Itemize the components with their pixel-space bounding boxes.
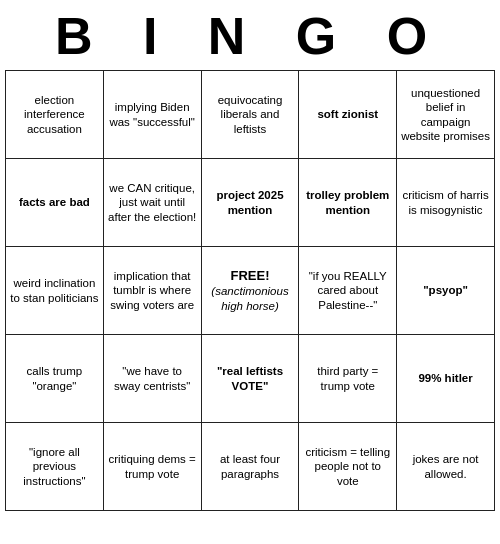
cell-1-0: facts are bad — [6, 159, 104, 247]
cell-1-2: project 2025 mention — [201, 159, 299, 247]
cell-4-1: critiquing dems = trump vote — [103, 423, 201, 511]
cell-4-0: "ignore all previous instructions" — [6, 423, 104, 511]
cell-4-4: jokes are not allowed. — [397, 423, 495, 511]
cell-2-3: "if you REALLY cared about Palestine--" — [299, 247, 397, 335]
cell-2-2: FREE!(sanctimonious high horse) — [201, 247, 299, 335]
cell-0-4: unquestioned belief in campaign website … — [397, 71, 495, 159]
cell-3-3: third party = trump vote — [299, 335, 397, 423]
cell-3-1: "we have to sway centrists" — [103, 335, 201, 423]
cell-4-2: at least four paragraphs — [201, 423, 299, 511]
cell-4-3: criticism = telling people not to vote — [299, 423, 397, 511]
cell-0-3: soft zionist — [299, 71, 397, 159]
cell-1-4: criticism of harris is misogynistic — [397, 159, 495, 247]
cell-2-0: weird inclination to stan politicians — [6, 247, 104, 335]
cell-0-1: implying Biden was "successful" — [103, 71, 201, 159]
cell-2-4: "psyop" — [397, 247, 495, 335]
cell-0-0: election interference accusation — [6, 71, 104, 159]
cell-3-0: calls trump "orange" — [6, 335, 104, 423]
bingo-grid: election interference accusationimplying… — [5, 70, 495, 511]
cell-0-2: equivocating liberals and leftists — [201, 71, 299, 159]
cell-3-4: 99% hitler — [397, 335, 495, 423]
cell-2-1: implication that tumblr is where swing v… — [103, 247, 201, 335]
cell-1-3: trolley problem mention — [299, 159, 397, 247]
cell-3-2: "real leftists VOTE" — [201, 335, 299, 423]
bingo-title: B I N G O — [0, 0, 500, 70]
cell-1-1: we CAN critique, just wait until after t… — [103, 159, 201, 247]
